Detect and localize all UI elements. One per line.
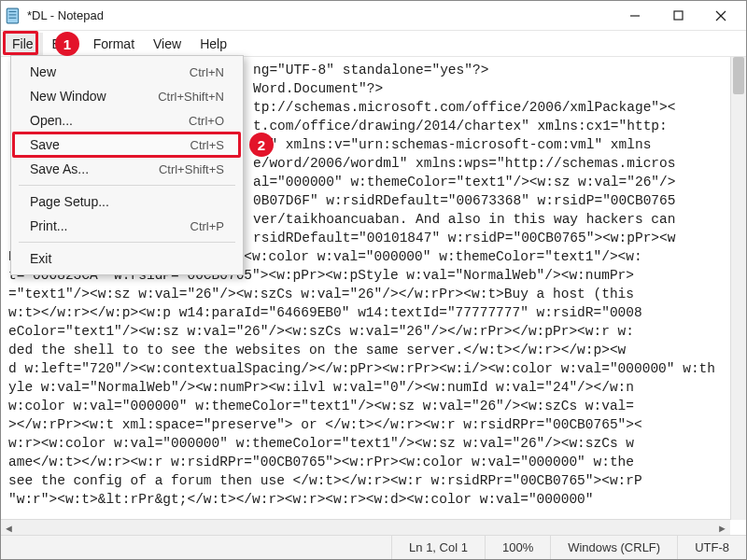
callout-1: 1	[55, 32, 79, 56]
menu-item-save-as[interactable]: Save As... Ctrl+Shift+S	[11, 157, 243, 181]
status-ln-col: Ln 1, Col 1	[391, 536, 485, 559]
status-line-ending: Windows (CRLF)	[550, 536, 677, 559]
menu-item-new[interactable]: New Ctrl+N	[11, 60, 243, 84]
menu-item-label: Print...	[30, 218, 67, 233]
editor-line: ame</w:t></w:r><w:r w:rsidRPr="00CB0765"…	[8, 453, 739, 471]
menu-item-shortcut: Ctrl+O	[189, 114, 224, 128]
maximize-button[interactable]	[656, 1, 699, 31]
menu-separator	[19, 242, 235, 243]
menu-item-open[interactable]: Open... Ctrl+O	[11, 108, 243, 133]
menu-item-label: Exit	[30, 251, 51, 266]
close-button[interactable]	[699, 1, 742, 31]
titlebar: *DL - Notepad	[1, 1, 746, 31]
file-dropdown: New Ctrl+N New Window Ctrl+Shift+N Open.…	[10, 55, 244, 275]
menu-item-shortcut: Ctrl+Shift+S	[159, 162, 224, 176]
horizontal-scrollbar[interactable]: ◄ ►	[1, 519, 730, 535]
scroll-right-arrow[interactable]: ►	[714, 520, 730, 536]
status-zoom: 100%	[485, 536, 550, 559]
menu-item-shortcut: Ctrl+P	[190, 219, 224, 233]
menu-separator	[19, 185, 235, 186]
minimize-button[interactable]	[613, 1, 656, 31]
editor-line: ></w:rPr><w:t xml:space="preserve"> or <…	[8, 415, 739, 434]
editor-line: "w:r"><w:t>&lt:rPr&gt;</w:t></w:r><w:r><…	[8, 490, 739, 509]
menu-item-label: Save As...	[30, 161, 89, 176]
window-controls	[613, 1, 742, 31]
menu-item-print[interactable]: Print... Ctrl+P	[11, 214, 243, 238]
menu-item-new-window[interactable]: New Window Ctrl+Shift+N	[11, 84, 243, 108]
vertical-scrollbar[interactable]	[730, 57, 746, 520]
menu-help[interactable]: Help	[190, 33, 236, 55]
menu-item-label: Page Setup...	[30, 194, 109, 209]
editor-line: eColor="text1"/><w:sz w:val="26"/><w:szC…	[8, 322, 739, 341]
menu-item-shortcut: Ctrl+N	[190, 65, 224, 79]
menubar: File Edit Format View Help	[1, 31, 746, 57]
window-title: *DL - Notepad	[27, 8, 613, 22]
editor-line: w:color w:val="000000" w:themeColor="tex…	[8, 397, 739, 415]
menu-item-page-setup[interactable]: Page Setup...	[11, 189, 243, 214]
menu-item-label: Open...	[30, 113, 73, 128]
menu-item-label: New Window	[30, 89, 106, 104]
scroll-left-arrow[interactable]: ◄	[1, 520, 17, 536]
editor-line: d w:left="720"/><w:contextualSpacing/></…	[8, 359, 739, 378]
menu-view[interactable]: View	[144, 33, 190, 55]
highlight-save-item	[12, 132, 241, 158]
editor-line: see the config of a forum then use </w:t…	[8, 471, 739, 490]
svg-rect-0	[7, 8, 18, 23]
editor-line: w:t></w:r></w:p><w:p w14:paraId="64669EB…	[8, 303, 739, 322]
callout-2: 2	[249, 133, 274, 157]
menu-item-exit[interactable]: Exit	[11, 246, 243, 271]
svg-rect-5	[674, 11, 683, 20]
notepad-icon	[5, 7, 21, 24]
editor-line: ="text1"/><w:sz w:val="26"/><w:szCs w:va…	[8, 285, 739, 303]
highlight-file-menu	[3, 31, 38, 55]
status-encoding: UTF-8	[677, 536, 746, 559]
statusbar: Ln 1, Col 1 100% Windows (CRLF) UTF-8	[1, 535, 746, 559]
editor-line: yle w:val="NormalWeb"/><w:numPr><w:ilvl …	[8, 378, 739, 397]
menu-item-label: New	[30, 64, 56, 79]
editor-line: w:r><w:color w:val="000000" w:themeColor…	[8, 434, 739, 453]
editor-line: ded the shell to to see the websites on …	[8, 341, 739, 359]
menu-format[interactable]: Format	[84, 33, 144, 55]
menu-item-shortcut: Ctrl+Shift+N	[158, 90, 224, 104]
scrollbar-thumb[interactable]	[733, 57, 744, 94]
